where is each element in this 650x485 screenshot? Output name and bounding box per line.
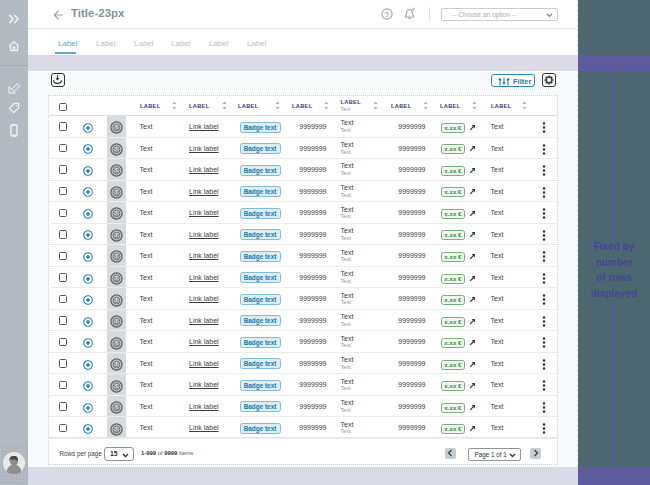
svg-text:?: ?	[385, 10, 390, 19]
